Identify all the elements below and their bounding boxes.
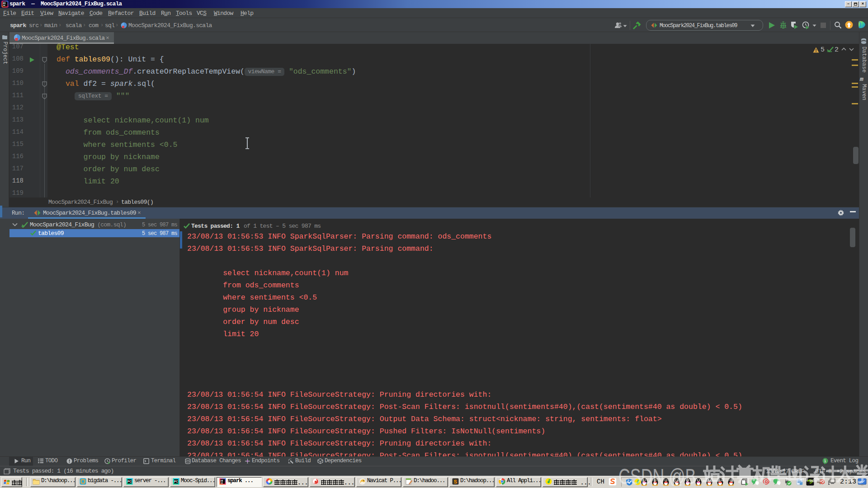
svg-text:CSDN @B: CSDN @B — [618, 464, 696, 486]
svg-text:S: S — [454, 479, 457, 484]
svg-text:PC: PC — [127, 480, 132, 483]
svg-text:1: 1 — [824, 459, 826, 463]
svg-text:PC: PC — [174, 480, 178, 483]
